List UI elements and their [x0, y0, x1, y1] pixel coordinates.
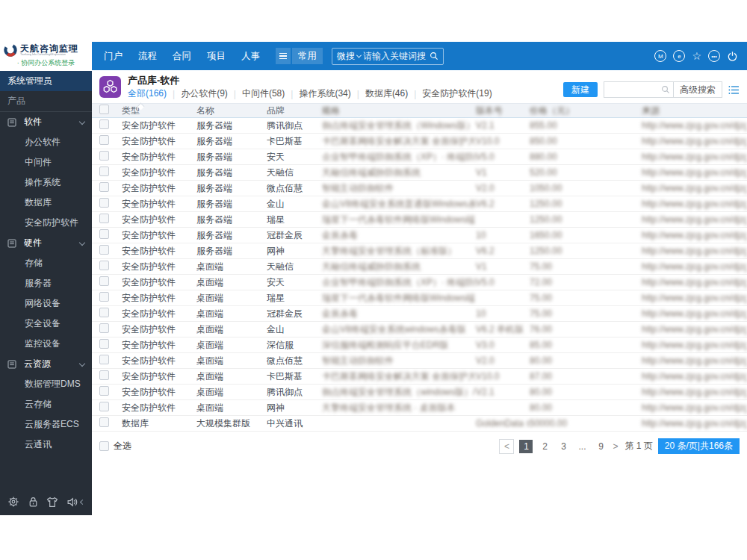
more-icon[interactable]: •••: [708, 50, 720, 62]
nav-item-4[interactable]: 人事: [241, 50, 260, 63]
table-row[interactable]: 安全防护软件 服务器端 瑞星 瑞星下一代杀毒软件网络版Windows端·杀毒模块…: [92, 212, 747, 228]
table-row[interactable]: 安全防护软件 桌面端 深信服 深信服终端检测响应平台EDR版 V3.0 85.0…: [92, 337, 747, 353]
global-search-input[interactable]: [363, 51, 427, 61]
lock-icon[interactable]: [28, 496, 39, 508]
table-row[interactable]: 安全防护软件 服务器端 冠群金辰 金辰杀毒 10 1650.00 http://…: [92, 228, 747, 243]
power-icon[interactable]: [727, 51, 738, 62]
page-size-button[interactable]: 20 条/页|共166条: [658, 438, 740, 454]
search-icon[interactable]: [430, 52, 438, 60]
row-checkbox[interactable]: [99, 182, 109, 192]
category-tab-5[interactable]: 安全防护软件(19): [422, 87, 492, 100]
tab-common[interactable]: 常用: [292, 48, 323, 64]
advanced-search-button[interactable]: 高级搜索: [673, 82, 722, 97]
star-icon[interactable]: ☆: [692, 51, 701, 61]
category-tab-3[interactable]: 操作系统(34): [299, 87, 350, 100]
sidebar-item[interactable]: 安全设备: [0, 314, 92, 334]
prev-page-button[interactable]: <: [499, 439, 514, 454]
next-page-button[interactable]: >: [613, 441, 618, 452]
row-checkbox[interactable]: [99, 198, 109, 208]
table-row[interactable]: 安全防护软件 桌面端 卡巴斯基 卡巴斯基网络安全解决方案 全面保护大中型企业版 …: [92, 369, 747, 385]
row-checkbox[interactable]: [99, 167, 109, 176]
row-checkbox[interactable]: [99, 323, 109, 333]
sidebar-item[interactable]: 监控设备: [0, 334, 92, 354]
nav-item-2[interactable]: 合同: [173, 50, 191, 63]
sidebar-item[interactable]: 服务器: [0, 273, 92, 293]
category-tab-4[interactable]: 数据库(46): [365, 87, 408, 100]
row-checkbox[interactable]: [99, 135, 109, 145]
cell-source: http://www.zjcg.gov.cn/djzg/: [642, 402, 747, 413]
row-checkbox[interactable]: [99, 370, 109, 380]
row-checkbox[interactable]: [99, 308, 109, 317]
row-checkbox[interactable]: [99, 214, 109, 223]
sidebar-item[interactable]: 操作系统: [0, 172, 92, 193]
sidebar-item[interactable]: 网络设备: [0, 293, 92, 314]
table-row[interactable]: 数据库 大规模集群版 中兴通讯 GoldenData s... 50000.00…: [92, 416, 747, 432]
gear-icon[interactable]: [7, 496, 19, 508]
nav-item-0[interactable]: 门户: [104, 50, 123, 63]
page-number-1[interactable]: 1: [519, 440, 533, 453]
row-checkbox[interactable]: [99, 119, 109, 129]
table-row[interactable]: 安全防护软件 桌面端 冠群金辰 金辰杀毒 10 75.00 http://www…: [92, 306, 747, 322]
sidebar-item[interactable]: 存储: [0, 253, 92, 273]
row-checkbox[interactable]: [99, 402, 109, 411]
sidebar-item[interactable]: 云通讯: [0, 435, 92, 455]
page-number-9[interactable]: 9: [594, 440, 607, 453]
table-row[interactable]: 安全防护软件 服务器端 金山 金山V8终端安全系统普通版Windows杀毒模块 …: [92, 196, 747, 212]
create-new-button[interactable]: 新建: [563, 82, 598, 97]
table-row[interactable]: 安全防护软件 桌面端 天融信 天融信终端威胁防御系统 V1 75.00 http…: [92, 259, 747, 275]
table-row[interactable]: 安全防护软件 桌面端 腾讯御点 御点终端安全管理系统（windows版）/ V2…: [92, 385, 747, 400]
sidebar-group[interactable]: 软件: [0, 112, 92, 132]
table-row[interactable]: 安全防护软件 服务器端 腾讯御点 御点终端安全管理系统（Windows版） V2…: [92, 118, 747, 134]
table-row[interactable]: 安全防护软件 桌面端 金山 金山V8终端安全系统windows杀毒版 V6.2 …: [92, 322, 747, 337]
sidebar-item[interactable]: 数据库: [0, 193, 92, 213]
row-checkbox[interactable]: [99, 151, 109, 161]
select-all-checkbox[interactable]: [99, 105, 109, 114]
row-checkbox[interactable]: [99, 276, 109, 286]
page-number-3[interactable]: 3: [557, 440, 570, 453]
collab-login-link[interactable]: · 协同办公系统登录: [3, 58, 89, 68]
table-row[interactable]: 安全防护软件 服务器端 网神 天擎终端安全管理系统（标准版） V6.2 1250…: [92, 243, 747, 259]
row-checkbox[interactable]: [99, 292, 109, 302]
table-row[interactable]: 安全防护软件 桌面端 安天 企业智甲终端防御系统（XP）· 终端防御套装版 V5…: [92, 275, 747, 290]
table-search-input[interactable]: [604, 84, 658, 96]
sidebar-item[interactable]: 安全防护软件: [0, 213, 92, 233]
table-row[interactable]: 安全防护软件 桌面端 网神 天擎终端安全管理系统 · 桌面版本 80.00 ht…: [92, 400, 747, 416]
table-row[interactable]: 安全防护软件 服务器端 天融信 天融信终端威胁防御系统 V1 520.00 ht…: [92, 165, 747, 181]
page-number-...[interactable]: ...: [575, 440, 589, 453]
hamburger-menu-icon[interactable]: [276, 48, 291, 64]
row-checkbox[interactable]: [99, 229, 109, 239]
speaker-icon[interactable]: [66, 497, 84, 508]
table-row[interactable]: 安全防护软件 桌面端 瑞星 瑞星下一代杀毒软件网络版Windows端 75.00…: [92, 290, 747, 306]
nav-item-1[interactable]: 流程: [138, 50, 157, 63]
category-tab-1[interactable]: 办公软件(9): [181, 87, 228, 100]
row-checkbox[interactable]: [99, 417, 109, 427]
table-row[interactable]: 安全防护软件 服务器端 安天 企业智甲终端防御系统（XP）· 终端防御套装版 V…: [92, 149, 747, 165]
message-m-icon[interactable]: M: [654, 50, 666, 62]
row-checkbox[interactable]: [99, 339, 109, 349]
row-checkbox[interactable]: [99, 245, 109, 255]
sidebar-item[interactable]: 中间件: [0, 152, 92, 172]
sidebar-item[interactable]: 云服务器ECS: [0, 414, 92, 435]
table-row[interactable]: 安全防护软件 服务器端 卡巴斯基 卡巴斯基网络安全解决方案 全面保护大中型 企业…: [92, 134, 747, 149]
sidebar-item[interactable]: 云存储: [0, 394, 92, 414]
shirt-icon[interactable]: [46, 497, 58, 508]
search-scope-label[interactable]: 微搜: [337, 50, 355, 63]
table-row[interactable]: 安全防护软件 服务器端 微点佰慧 智能主动防御软件 V2.0 1050.00 h…: [92, 181, 747, 196]
sidebar-group[interactable]: 硬件: [0, 233, 92, 253]
page-number-2[interactable]: 2: [538, 440, 551, 453]
search-icon[interactable]: [658, 85, 673, 94]
sidebar-item[interactable]: 办公软件: [0, 132, 92, 152]
sidebar-item[interactable]: 数据管理DMS: [0, 374, 92, 394]
row-checkbox[interactable]: [99, 386, 109, 396]
list-view-icon[interactable]: [728, 85, 740, 95]
row-checkbox[interactable]: [99, 261, 109, 270]
nav-item-3[interactable]: 项目: [207, 50, 226, 63]
contact-e-icon[interactable]: e: [673, 50, 685, 62]
category-tab-2[interactable]: 中间件(58): [242, 87, 285, 100]
table-row[interactable]: 安全防护软件 桌面端 微点佰慧 智能主动防御软件 V2.0 80.00 http…: [92, 353, 747, 369]
select-all-checkbox-bottom[interactable]: [99, 441, 109, 451]
sidebar-group[interactable]: 云资源: [0, 354, 92, 374]
category-tab-0[interactable]: 全部(166): [128, 87, 167, 100]
global-search[interactable]: 微搜: [332, 48, 444, 65]
row-checkbox[interactable]: [99, 355, 109, 364]
